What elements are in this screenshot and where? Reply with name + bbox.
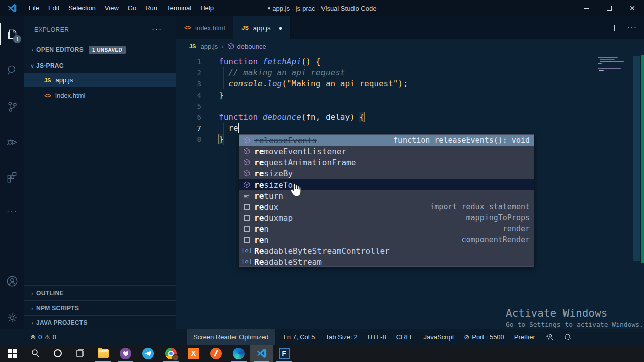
menu-go[interactable]: Go	[123, 0, 141, 16]
unsaved-count-badge: 1 UNSAVED	[89, 46, 126, 54]
github-desktop-icon[interactable]	[114, 345, 137, 362]
vscode-taskbar-icon[interactable]	[250, 345, 273, 362]
close-button[interactable]: ×	[621, 0, 644, 16]
method-icon	[243, 181, 251, 188]
minimize-button[interactable]	[575, 0, 598, 16]
activity-bar: 1 ···	[0, 16, 24, 329]
notifications-bell-icon[interactable]	[564, 333, 572, 341]
eol-sequence[interactable]: CRLF	[396, 333, 414, 341]
npm-scripts-section[interactable]: › NPM SCRIPTS	[24, 300, 176, 315]
menu-selection[interactable]: Selection	[64, 0, 100, 16]
suggest-item-reduxmap[interactable]: reduxmap mappingToProps	[239, 212, 534, 223]
suggest-item-return[interactable]: return	[239, 190, 534, 201]
title-bar: File Edit Selection View Go Run Terminal…	[0, 0, 644, 16]
method-icon	[243, 159, 251, 166]
suggest-item-removeEventListener[interactable]: removeEventListener	[239, 146, 534, 157]
file-explorer-icon[interactable]	[92, 345, 114, 362]
accounts-icon[interactable]	[0, 270, 24, 292]
restore-button[interactable]	[598, 0, 621, 16]
chrome-profile-avatar	[172, 354, 179, 361]
problems-indicator[interactable]: ⊗ 0 ⚠ 0	[30, 333, 56, 341]
green-edge-strip	[641, 55, 644, 263]
settings-gear-icon[interactable]	[0, 307, 24, 329]
orange-app-icon[interactable]	[205, 345, 227, 362]
open-editors-section[interactable]: › OPEN EDITORS 1 UNSAVED	[24, 43, 176, 56]
folder-js-prac[interactable]: ∨ JS-PRAC	[24, 59, 176, 72]
editor-scrollbar[interactable]	[633, 56, 640, 261]
code-line: 2 // making an api request	[176, 67, 644, 78]
suggest-item-ren-render[interactable]: ren render	[239, 223, 534, 234]
suggest-item-releaseEvents[interactable]: releaseEvents function releaseEvents(): …	[239, 135, 534, 146]
extensions-icon[interactable]	[0, 166, 24, 188]
breadcrumb[interactable]: JS app.js › debounce	[176, 39, 644, 53]
split-editor-icon[interactable]	[611, 25, 618, 31]
chrome-icon[interactable]	[159, 345, 182, 362]
more-views-icon[interactable]: ···	[0, 200, 24, 222]
suggest-item-ReadableByteStreamController[interactable]: [⊘] ReadableByteStreamController	[239, 245, 534, 256]
chevron-right-icon: ›	[28, 305, 36, 311]
suggest-item-resizeBy[interactable]: resizeBy	[239, 168, 534, 179]
suggest-item-resizeTo[interactable]: resizeTo	[239, 179, 534, 190]
text-cursor	[238, 123, 239, 133]
encoding[interactable]: UTF-8	[368, 333, 386, 341]
chevron-right-icon: ›	[28, 47, 36, 53]
xampp-icon[interactable]: X	[182, 345, 205, 362]
telegram-icon[interactable]	[137, 345, 159, 362]
tab-appjs[interactable]: JS app.js ●	[233, 16, 291, 39]
suggest-item-redux[interactable]: redux import redux statement	[239, 201, 534, 212]
close-icon: ×	[629, 3, 635, 14]
source-control-icon[interactable]	[0, 96, 24, 118]
suggest-item-ReadableStream[interactable]: [⊘] ReadableStream	[239, 256, 534, 267]
class-icon: [⊘]	[243, 247, 251, 254]
modified-dot-icon[interactable]: ●	[278, 24, 282, 32]
explorer-icon[interactable]: 1	[0, 23, 24, 45]
js-file-icon: JS	[242, 25, 248, 31]
snippet-icon	[243, 215, 251, 221]
menu-file[interactable]: File	[24, 0, 44, 16]
code-line: 5	[176, 101, 644, 112]
method-icon	[243, 148, 251, 155]
cursor-position[interactable]: Ln 7, Col 5	[284, 333, 315, 341]
port-icon: ⊘	[464, 333, 469, 341]
indent-guide	[223, 123, 224, 145]
taskbar-search-icon[interactable]	[24, 345, 46, 362]
explorer-sidebar: EXPLORER ··· › OPEN EDITORS 1 UNSAVED ∨ …	[24, 16, 176, 329]
editor-more-actions-icon[interactable]: ···	[627, 23, 637, 32]
tab-size[interactable]: Tab Size: 2	[325, 333, 357, 341]
menu-terminal[interactable]: Terminal	[162, 0, 196, 16]
menu-run[interactable]: Run	[141, 0, 162, 16]
feedback-icon[interactable]	[545, 333, 553, 341]
search-icon[interactable]	[0, 59, 24, 81]
editor-tab-bar: <> index.html JS app.js ●	[176, 16, 644, 39]
start-button[interactable]	[1, 345, 24, 362]
snippet-icon	[243, 204, 251, 210]
menu-edit[interactable]: Edit	[44, 0, 64, 16]
edge-icon[interactable]	[227, 345, 250, 362]
sidebar-more-actions-icon[interactable]: ···	[152, 24, 163, 33]
code-line-current: 7 re	[176, 123, 644, 134]
java-projects-section[interactable]: › JAVA PROJECTS	[24, 315, 176, 329]
language-mode[interactable]: JavaScript	[424, 333, 454, 341]
symbol-cube-icon	[227, 43, 234, 50]
suggest-item-ren-componentRender[interactable]: ren componentRender	[239, 234, 534, 245]
suggest-item-requestAnimationFrame[interactable]: requestAnimationFrame	[239, 157, 534, 168]
formatter[interactable]: Prettier	[514, 333, 535, 341]
task-view-icon[interactable]	[69, 345, 92, 362]
warning-icon: ⚠	[44, 333, 50, 341]
run-debug-icon[interactable]	[0, 131, 24, 153]
html-file-icon: <>	[184, 24, 191, 31]
editor-actions: ···	[611, 23, 637, 32]
menu-view[interactable]: View	[100, 0, 123, 16]
menu-help[interactable]: Help	[196, 0, 218, 16]
error-icon: ⊗	[30, 333, 36, 341]
keyword-icon	[243, 192, 251, 199]
screen-reader-indicator[interactable]: Screen Reader Optimized	[187, 329, 275, 345]
desktop: File Edit Selection View Go Run Terminal…	[0, 0, 644, 362]
tab-indexhtml[interactable]: <> index.html	[176, 16, 233, 39]
cortana-icon[interactable]	[46, 345, 69, 362]
f-app-icon[interactable]: F	[273, 345, 295, 362]
file-item-indexhtml[interactable]: <> index.html	[24, 88, 176, 102]
live-server-port[interactable]: ⊘ Port : 5500	[464, 333, 504, 341]
file-item-appjs[interactable]: JS app.js	[24, 73, 176, 87]
outline-section[interactable]: › OUTLINE	[24, 285, 176, 300]
